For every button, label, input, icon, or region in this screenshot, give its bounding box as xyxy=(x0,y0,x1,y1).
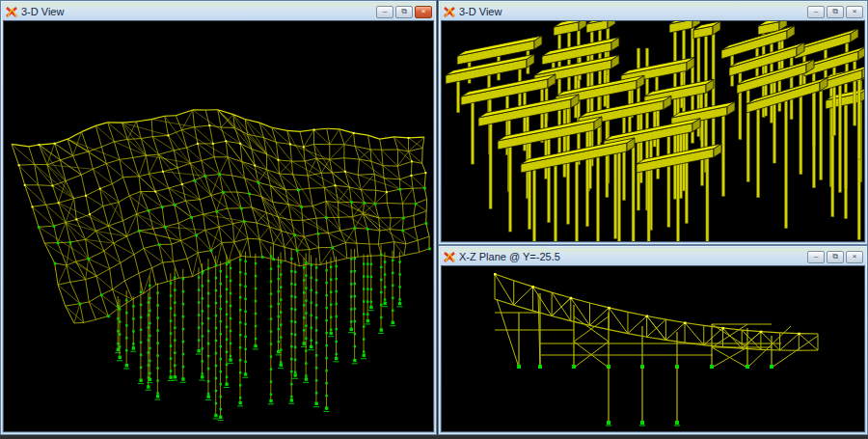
titlebar[interactable]: X-Z Plane @ Y=-25.5 – ⧉ × xyxy=(441,248,865,265)
3d-view-canvas[interactable] xyxy=(4,21,433,431)
restore-button[interactable]: ⧉ xyxy=(827,251,844,263)
minimize-button[interactable]: – xyxy=(376,6,393,18)
titlebar[interactable]: 3-D View – ⧉ × xyxy=(3,3,434,20)
restore-button[interactable]: ⧉ xyxy=(395,6,413,18)
window-title: 3-D View xyxy=(459,3,805,20)
plane-view-canvas[interactable] xyxy=(442,266,864,431)
window-xz-plane: X-Z Plane @ Y=-25.5 – ⧉ × xyxy=(438,245,868,435)
window-title: X-Z Plane @ Y=-25.5 xyxy=(459,248,805,265)
close-button[interactable]: × xyxy=(846,251,863,263)
extruded-view-canvas[interactable] xyxy=(442,21,864,241)
view-window-icon[interactable] xyxy=(6,6,18,18)
window-3d-view-right: 3-D View – ⧉ × xyxy=(438,0,868,245)
minimize-button[interactable]: – xyxy=(807,251,825,263)
view-content xyxy=(3,20,434,432)
view-window-icon[interactable] xyxy=(444,6,456,18)
titlebar[interactable]: 3-D View – ⧉ × xyxy=(441,3,865,20)
window-3d-view-left: 3-D View – ⧉ × xyxy=(0,0,437,435)
window-title: 3-D View xyxy=(21,3,374,20)
close-button[interactable]: × xyxy=(415,6,432,18)
close-button[interactable]: × xyxy=(846,6,863,18)
view-content xyxy=(441,265,865,432)
view-content xyxy=(441,20,865,242)
minimize-button[interactable]: – xyxy=(807,6,825,18)
restore-button[interactable]: ⧉ xyxy=(827,6,844,18)
view-window-icon[interactable] xyxy=(444,251,456,263)
